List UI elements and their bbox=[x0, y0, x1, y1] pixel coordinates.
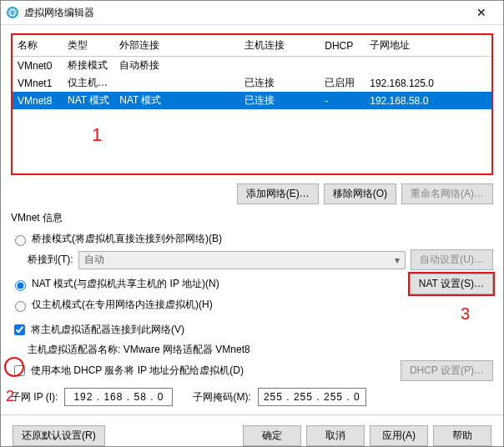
bridge-to-label: 桥接到(T): bbox=[28, 253, 73, 267]
window-title: 虚拟网络编辑器 bbox=[24, 6, 465, 20]
cell-type: NAT 模式 bbox=[63, 92, 114, 109]
col-name[interactable]: 名称 bbox=[13, 35, 63, 57]
col-type[interactable]: 类型 bbox=[63, 35, 114, 57]
cell-subnet: 192.168.125.0 bbox=[365, 74, 491, 92]
use-dhcp-label: 使用本地 DHCP 服务将 IP 地址分配给虚拟机(D) bbox=[31, 364, 244, 378]
app-icon bbox=[6, 6, 19, 19]
dialog-window: 虚拟网络编辑器 ✕ 名称 类型 外部连接 主机连接 DHCP 子网地址 bbox=[0, 0, 504, 447]
dhcp-settings-button[interactable]: DHCP 设置(P)… bbox=[401, 360, 493, 381]
ok-button[interactable]: 确定 bbox=[243, 425, 301, 446]
table-row[interactable]: VMnet0 桥接模式 自动桥接 bbox=[13, 57, 491, 75]
connect-host-label: 将主机虚拟适配器连接到此网络(V) bbox=[31, 323, 184, 337]
col-dhcp[interactable]: DHCP bbox=[320, 35, 365, 57]
separator bbox=[1, 414, 503, 415]
auto-settings-button[interactable]: 自动设置(U)… bbox=[411, 249, 493, 270]
close-icon: ✕ bbox=[476, 6, 486, 19]
titlebar: 虚拟网络编辑器 ✕ bbox=[1, 1, 503, 25]
nat-radio-row: NAT 模式(与虚拟机共享主机的 IP 地址)(N) NAT 设置(S)… bbox=[11, 274, 493, 294]
hostonly-label: 仅主机模式(在专用网络内连接虚拟机)(H) bbox=[32, 298, 213, 312]
table-row[interactable]: VMnet8 NAT 模式 NAT 模式 已连接 - 192.168.58.0 bbox=[13, 92, 491, 109]
cell-dhcp: 已启用 bbox=[320, 74, 365, 92]
cell-host: 已连接 bbox=[239, 74, 320, 92]
cell-type: 桥接模式 bbox=[63, 57, 114, 75]
cell-dhcp bbox=[320, 57, 365, 75]
annotation-3: 3 bbox=[461, 304, 470, 324]
subnet-ip-label: 子网 IP (I): bbox=[11, 390, 58, 404]
bridge-to-select[interactable]: 自动 bbox=[78, 251, 406, 269]
cell-name: VMnet0 bbox=[13, 57, 63, 75]
cell-ext: 自动桥接 bbox=[114, 57, 239, 75]
col-host[interactable]: 主机连接 bbox=[239, 35, 320, 57]
cancel-button[interactable]: 取消 bbox=[306, 425, 365, 446]
subnet-mask-label: 子网掩码(M): bbox=[193, 390, 250, 404]
use-dhcp-checkbox[interactable] bbox=[14, 365, 25, 376]
add-network-button[interactable]: 添加网络(E)… bbox=[237, 183, 319, 204]
bridge-to-value: 自动 bbox=[84, 253, 104, 267]
dialog-content: 名称 类型 外部连接 主机连接 DHCP 子网地址 VMnet0 桥接模式 自动… bbox=[1, 25, 503, 447]
table-row[interactable]: VMnet1 仅主机… 已连接 已启用 192.168.125.0 bbox=[13, 74, 491, 92]
cell-ext bbox=[114, 74, 239, 92]
cell-subnet: 192.168.58.0 bbox=[365, 92, 491, 109]
network-table-container: 名称 类型 外部连接 主机连接 DHCP 子网地址 VMnet0 桥接模式 自动… bbox=[11, 33, 493, 175]
cell-type: 仅主机… bbox=[63, 74, 114, 92]
hostonly-radio[interactable] bbox=[15, 301, 26, 312]
cell-host bbox=[239, 57, 320, 75]
bridged-radio[interactable] bbox=[15, 235, 26, 246]
table-header-row: 名称 类型 外部连接 主机连接 DHCP 子网地址 bbox=[13, 35, 491, 57]
apply-button[interactable]: 应用(A) bbox=[370, 425, 428, 446]
use-dhcp-row: 使用本地 DHCP 服务将 IP 地址分配给虚拟机(D) DHCP 设置(P)… bbox=[11, 360, 493, 381]
window-close-button[interactable]: ✕ bbox=[465, 1, 498, 24]
network-table[interactable]: 名称 类型 外部连接 主机连接 DHCP 子网地址 VMnet0 桥接模式 自动… bbox=[13, 35, 491, 109]
remove-network-button[interactable]: 移除网络(O) bbox=[324, 183, 396, 204]
restore-defaults-button[interactable]: 还原默认设置(R) bbox=[13, 425, 105, 446]
network-buttons-row: 添加网络(E)… 移除网络(O) 重命名网络(A)… bbox=[11, 183, 493, 204]
cell-ext: NAT 模式 bbox=[114, 92, 239, 109]
bridge-to-row: 桥接到(T): 自动 自动设置(U)… bbox=[28, 249, 493, 270]
annotation-1: 1 bbox=[92, 124, 102, 146]
rename-network-button[interactable]: 重命名网络(A)… bbox=[401, 183, 493, 204]
host-adapter-name: 主机虚拟适配器名称: VMware 网络适配器 VMnet8 bbox=[28, 343, 493, 357]
col-ext[interactable]: 外部连接 bbox=[114, 35, 239, 57]
cell-dhcp: - bbox=[320, 92, 365, 109]
cell-name: VMnet8 bbox=[13, 92, 63, 109]
bridged-radio-row: 桥接模式(将虚拟机直接连接到外部网络)(B) bbox=[11, 232, 493, 246]
nat-settings-button[interactable]: NAT 设置(S)… bbox=[410, 274, 493, 294]
subnet-row: 子网 IP (I): 子网掩码(M): 2 bbox=[11, 388, 493, 406]
vmnet-info-label: VMnet 信息 bbox=[11, 211, 493, 225]
subnet-mask-input[interactable] bbox=[258, 388, 366, 406]
cell-subnet bbox=[365, 57, 491, 75]
nat-label: NAT 模式(与虚拟机共享主机的 IP 地址)(N) bbox=[32, 277, 219, 291]
help-button[interactable]: 帮助 bbox=[433, 425, 491, 446]
cell-host: 已连接 bbox=[239, 92, 320, 109]
hostonly-radio-row: 仅主机模式(在专用网络内连接虚拟机)(H) bbox=[11, 298, 493, 312]
nat-radio[interactable] bbox=[15, 280, 26, 291]
dialog-footer: 还原默认设置(R) 确定 取消 应用(A) 帮助 bbox=[11, 422, 493, 447]
col-subnet[interactable]: 子网地址 bbox=[365, 35, 491, 57]
annotation-2: 2 bbox=[6, 388, 14, 405]
cell-name: VMnet1 bbox=[13, 74, 63, 92]
connect-host-row: 将主机虚拟适配器连接到此网络(V) bbox=[11, 322, 493, 338]
subnet-ip-input[interactable] bbox=[64, 388, 173, 406]
connect-host-checkbox[interactable] bbox=[14, 324, 25, 335]
bridged-label: 桥接模式(将虚拟机直接连接到外部网络)(B) bbox=[32, 232, 222, 246]
